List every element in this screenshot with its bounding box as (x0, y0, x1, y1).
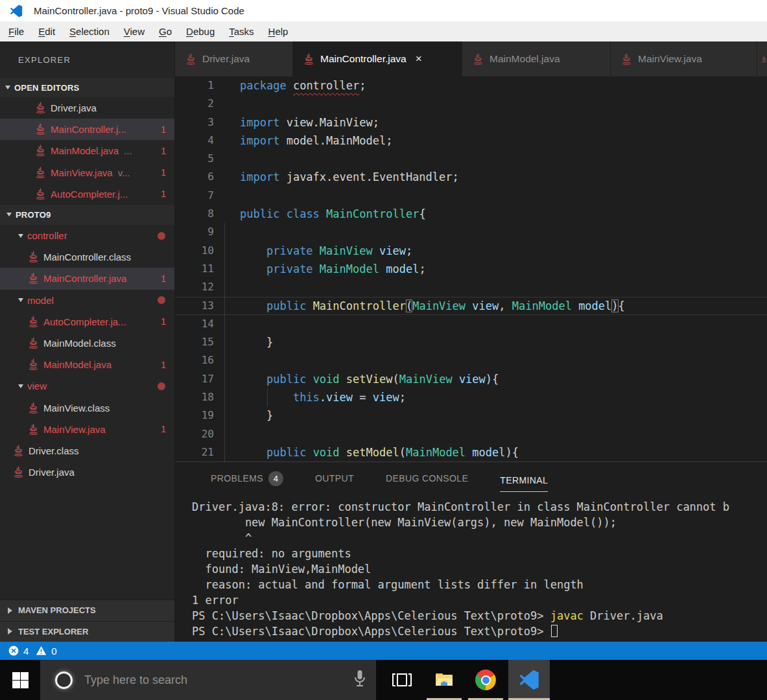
menu-bar: FileEditSelectionViewGoDebugTasksHelp (0, 21, 767, 41)
chevron-right-icon (8, 628, 12, 635)
modified-dot (158, 232, 165, 240)
tab-partial[interactable] (757, 41, 767, 76)
tree-item-mainview-class[interactable]: MainView.class (0, 397, 174, 418)
indent-guide (267, 388, 268, 406)
vscode-button[interactable] (508, 660, 550, 700)
error-badge: 1 (161, 360, 166, 370)
tree-item-view[interactable]: view (0, 375, 174, 397)
panel-tab-debug-console[interactable]: DEBUG CONSOLE (386, 473, 468, 484)
tree-item-mainview-java[interactable]: MainView.java1 (0, 419, 174, 440)
menu-item-help[interactable]: Help (261, 26, 296, 37)
code-line-1[interactable]: 1package controller; (175, 76, 767, 95)
code-line-20[interactable]: 20 (175, 425, 767, 443)
open-editor-mainview-java[interactable]: MainView.javav...1 (0, 162, 174, 183)
menu-item-edit[interactable]: Edit (31, 26, 62, 37)
chevron-down-icon[interactable] (18, 298, 23, 302)
code-editor[interactable]: 1package controller;23import view.MainVi… (175, 76, 767, 461)
menu-item-debug[interactable]: Debug (179, 26, 222, 37)
tree-item-driver-class[interactable]: Driver.class (0, 440, 174, 461)
window-title: MainController.java - proto9 - Visual St… (34, 5, 244, 16)
section-maven-projects[interactable]: MAVEN PROJECTS (0, 600, 174, 621)
panel-tab-terminal[interactable]: TERMINAL (500, 472, 548, 492)
chrome-button[interactable] (468, 660, 503, 700)
code-line-2[interactable]: 2 (175, 95, 767, 113)
indent-guide (224, 370, 225, 388)
section-test-explorer[interactable]: TEST EXPLORER (0, 621, 174, 642)
code-line-4[interactable]: 4import model.MainModel; (175, 132, 767, 150)
tab-mainview-java[interactable]: MainView.java (611, 41, 757, 76)
code-line-14[interactable]: 14 (175, 315, 767, 333)
terminal-output[interactable]: Driver.java:8: error: constructor MainCo… (175, 495, 767, 639)
code-line-15[interactable]: 15 } (175, 333, 767, 351)
code-line-16[interactable]: 16 (175, 351, 767, 369)
code-line-9[interactable]: 9 (175, 223, 767, 241)
errors-icon[interactable] (8, 646, 19, 656)
tab-mainmodel-java[interactable]: MainModel.java (462, 41, 611, 76)
terminal-line: PS C:\Users\Isaac\Dropbox\Apps\Celerious… (192, 624, 767, 639)
code-line-5[interactable]: 5 (175, 150, 767, 168)
menu-item-selection[interactable]: Selection (62, 26, 117, 37)
terminal-line: new MainController(new MainView(args), n… (192, 515, 767, 530)
error-count[interactable]: 4 (23, 646, 29, 657)
code-line-13[interactable]: 13 public MainController(MainView view, … (175, 297, 767, 315)
open-editors-header[interactable]: OPEN EDITORS (0, 78, 174, 97)
java-file-icon (28, 337, 39, 349)
code-line-3[interactable]: 3import view.MainView; (175, 113, 767, 132)
terminal-cursor (551, 625, 558, 637)
tree-item-maincontroller-java[interactable]: MainController.java1 (0, 268, 174, 289)
taskbar-search[interactable]: Type here to search (40, 660, 376, 700)
code-line-21[interactable]: 21 public void setModel(MainModel model)… (175, 443, 767, 461)
line-number: 18 (175, 388, 214, 406)
tree-item-mainmodel-class[interactable]: MainModel.class (0, 332, 174, 354)
open-editor-mainmodel-java[interactable]: MainModel.java...1 (0, 140, 174, 161)
microphone-icon[interactable] (353, 670, 366, 689)
close-icon[interactable]: × (416, 52, 422, 65)
error-badge: 1 (161, 189, 166, 199)
tree-item-model[interactable]: model (0, 290, 174, 311)
code-line-12[interactable]: 12 (175, 278, 767, 296)
bottom-panel: PROBLEMS4OUTPUTDEBUG CONSOLETERMINAL Dri… (175, 461, 767, 642)
line-number: 2 (175, 95, 214, 113)
open-editor-maincontroller-j[interactable]: MainController.j...1 (0, 119, 174, 140)
tab-maincontroller-java[interactable]: MainController.java× (293, 41, 462, 76)
tree-item-driver-java[interactable]: Driver.java (0, 461, 174, 483)
terminal-line: 1 error (192, 592, 767, 608)
tree-item-autocompleter-ja[interactable]: AutoCompleter.ja...1 (0, 311, 174, 332)
task-view-button[interactable] (388, 660, 416, 700)
code-line-18[interactable]: 18 this.view = view; (175, 388, 767, 406)
open-editor-driver-java[interactable]: Driver.java (0, 97, 174, 119)
line-number: 17 (175, 370, 214, 388)
open-editor-autocompleter-j[interactable]: AutoCompleter.j...1 (0, 183, 174, 205)
code-line-17[interactable]: 17 public void setView(MainView view){ (175, 370, 767, 388)
code-line-6[interactable]: 6import javafx.event.EventHandler; (175, 168, 767, 186)
menu-item-tasks[interactable]: Tasks (222, 26, 261, 37)
tab-driver-java[interactable]: Driver.java (175, 41, 293, 76)
code-line-19[interactable]: 19 } (175, 406, 767, 425)
project-header[interactable]: PROTO9 (0, 205, 174, 225)
terminal-line: required: no arguments (192, 546, 767, 561)
start-button[interactable] (0, 660, 40, 700)
error-badge: 1 (161, 316, 166, 327)
code-line-10[interactable]: 10 private MainView view; (175, 242, 767, 260)
modified-dot (158, 382, 165, 390)
line-number: 21 (175, 443, 214, 461)
chevron-down-icon[interactable] (18, 384, 23, 388)
tree-item-maincontroller-class[interactable]: MainController.class (0, 246, 174, 268)
warning-count[interactable]: 0 (51, 646, 56, 657)
tree-item-controller[interactable]: controller (0, 225, 174, 246)
line-number: 13 (175, 297, 214, 315)
chevron-down-icon[interactable] (18, 234, 23, 238)
panel-tab-output[interactable]: OUTPUT (315, 473, 354, 484)
menu-item-file[interactable]: File (1, 26, 31, 37)
explorer-sidebar: EXPLORER OPEN EDITORS Driver.javaMainCon… (0, 41, 175, 642)
code-line-11[interactable]: 11 private MainModel model; (175, 260, 767, 278)
menu-item-go[interactable]: Go (152, 26, 179, 37)
line-number: 10 (175, 242, 214, 260)
code-line-8[interactable]: 8public class MainController{ (175, 205, 767, 223)
warnings-icon[interactable] (36, 646, 47, 656)
file-explorer-button[interactable] (427, 660, 462, 700)
panel-tab-problems[interactable]: PROBLEMS4 (211, 471, 283, 486)
menu-item-view[interactable]: View (117, 26, 152, 37)
code-line-7[interactable]: 7 (175, 187, 767, 205)
tree-item-mainmodel-java[interactable]: MainModel.java1 (0, 354, 174, 375)
